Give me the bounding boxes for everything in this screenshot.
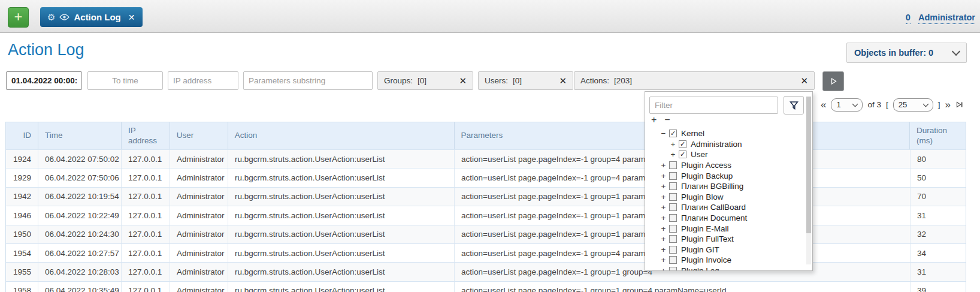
- tree-expander[interactable]: +: [660, 161, 667, 170]
- tree-expander[interactable]: +: [660, 171, 667, 180]
- tree-checkbox[interactable]: ✓: [669, 130, 677, 137]
- parameters-substring-input[interactable]: [243, 71, 373, 90]
- cell-ip: 127.0.0.1: [122, 225, 170, 243]
- cell-ip: 127.0.0.1: [122, 206, 170, 224]
- tree-item-label[interactable]: Plugin GIT: [681, 245, 719, 254]
- cell-user: Administrator: [170, 150, 228, 168]
- tree-expander[interactable]: +: [660, 234, 667, 243]
- cell-time: 06.04.2022 10:22:49: [38, 206, 122, 224]
- add-tab-button[interactable]: +: [8, 7, 29, 28]
- cell-id: 1950: [6, 225, 38, 243]
- tree-expander[interactable]: +: [670, 150, 676, 159]
- tree-checkbox[interactable]: [669, 182, 677, 190]
- ip-address-input[interactable]: [168, 71, 238, 90]
- tree-checkbox[interactable]: [669, 161, 677, 169]
- tree-checkbox[interactable]: ✓: [679, 140, 686, 148]
- tree-item-label[interactable]: Plugin Backup: [681, 171, 733, 180]
- tree-item-label[interactable]: Plugin Blow: [681, 192, 724, 201]
- tree-item-label[interactable]: Плагин CallBoard: [681, 203, 746, 212]
- cell-action: ru.bgcrm.struts.action.UserAction:userLi…: [228, 263, 455, 281]
- to-time-input[interactable]: [87, 71, 163, 90]
- cell-action: ru.bgcrm.struts.action.UserAction:userLi…: [228, 188, 455, 206]
- tree-item-label[interactable]: Plugin Invoice: [681, 255, 731, 264]
- tree-item-label[interactable]: Plugin E-Mail: [681, 224, 729, 233]
- cell-duration: 31: [911, 206, 966, 224]
- table-row: 195806.04.2022 10:35:49127.0.0.1Administ…: [6, 281, 966, 292]
- clear-users-icon[interactable]: ✕: [559, 76, 567, 86]
- actions-filter[interactable]: Actions: [203] ✕: [574, 71, 815, 90]
- tree-checkbox[interactable]: [669, 203, 677, 211]
- current-user-link[interactable]: Administrator: [918, 13, 975, 24]
- tree-item-label[interactable]: User: [691, 150, 708, 159]
- column-header-duration: Duration (ms): [910, 122, 966, 149]
- run-search-button[interactable]: [822, 71, 844, 91]
- clear-groups-icon[interactable]: ✕: [459, 76, 467, 86]
- tree-expander[interactable]: +: [660, 245, 667, 254]
- tree-item: +✓User: [645, 149, 805, 160]
- tree-expander[interactable]: +: [660, 224, 667, 233]
- tree-expander[interactable]: +: [670, 140, 676, 149]
- tree-expander[interactable]: +: [660, 266, 667, 270]
- gear-icon[interactable]: ⚙: [47, 12, 55, 23]
- tree-item: +Plugin Blow: [645, 192, 805, 203]
- cell-id: 1929: [6, 168, 38, 186]
- cell-action: ru.bgcrm.struts.action.UserAction:userLi…: [228, 244, 455, 262]
- tree-item-label[interactable]: Плагин BGBilling: [681, 182, 743, 191]
- tree-item-label[interactable]: Kernel: [681, 129, 704, 138]
- tree-checkbox[interactable]: [669, 267, 677, 270]
- objects-in-buffer-button[interactable]: Objects in buffer: 0: [846, 43, 967, 63]
- eye-icon[interactable]: [59, 14, 69, 20]
- scrollbar-thumb[interactable]: [806, 97, 811, 233]
- users-filter[interactable]: Users: [0] ✕: [478, 71, 573, 90]
- first-page-icon[interactable]: «: [821, 100, 826, 110]
- tree-item-label[interactable]: Plugin Log: [681, 266, 719, 270]
- tree-checkbox[interactable]: [669, 256, 677, 264]
- tree-checkbox[interactable]: [669, 172, 677, 180]
- apply-filter-button[interactable]: [784, 96, 804, 115]
- last-page-icon[interactable]: [955, 101, 963, 109]
- tree-item-label[interactable]: Plugin Access: [681, 161, 731, 170]
- play-icon: [830, 77, 837, 85]
- tree-checkbox[interactable]: [669, 225, 677, 233]
- groups-filter[interactable]: Groups: [0] ✕: [377, 71, 473, 90]
- tree-item-label[interactable]: Plugin FullText: [681, 234, 734, 243]
- clear-actions-icon[interactable]: ✕: [800, 76, 808, 86]
- tree-filter-input[interactable]: [649, 97, 778, 114]
- tree-checkbox[interactable]: [669, 246, 677, 254]
- cell-ip: 127.0.0.1: [122, 188, 170, 206]
- action-log-table: ID Time IP address User Action Parameter…: [5, 122, 966, 292]
- tree-checkbox[interactable]: [669, 193, 677, 201]
- page-number-select[interactable]: 1: [831, 98, 863, 112]
- cell-action: ru.bgcrm.struts.action.UserAction:userLi…: [228, 282, 455, 292]
- notification-count-link[interactable]: 0: [906, 13, 911, 24]
- cell-action: ru.bgcrm.struts.action.UserAction:userLi…: [228, 206, 455, 224]
- table-row: 194606.04.2022 10:22:49127.0.0.1Administ…: [6, 206, 966, 224]
- tree-checkbox[interactable]: [669, 214, 677, 222]
- tree-expander[interactable]: +: [660, 182, 667, 191]
- page-number-value: 1: [836, 100, 840, 109]
- tree-item-label[interactable]: Administration: [691, 140, 742, 149]
- tree-expander[interactable]: +: [660, 213, 667, 222]
- tree-checkbox[interactable]: [669, 235, 677, 243]
- expand-all-button[interactable]: +: [651, 115, 657, 125]
- next-pages-icon[interactable]: »: [945, 100, 951, 110]
- collapse-all-button[interactable]: −: [664, 115, 670, 125]
- page-size-select[interactable]: 25: [893, 98, 933, 112]
- cell-ip: 127.0.0.1: [122, 168, 170, 186]
- tree-expander[interactable]: +: [660, 192, 667, 201]
- tree-expander[interactable]: −: [660, 129, 667, 138]
- tree-checkbox[interactable]: ✓: [679, 150, 686, 158]
- tree-expander[interactable]: +: [660, 203, 667, 212]
- bracket-close: ]: [938, 100, 940, 109]
- pagination: « 1 of 3 [ 25 ] »: [821, 97, 963, 112]
- tree-expander[interactable]: +: [660, 255, 667, 264]
- close-icon[interactable]: ✕: [128, 13, 135, 22]
- cell-user: Administrator: [170, 263, 228, 281]
- from-time-input[interactable]: [6, 71, 82, 90]
- chevron-down-icon: [952, 47, 960, 56]
- bracket-open: [: [886, 100, 888, 109]
- actions-dropdown-panel: + − −✓Kernel+✓Administration+✓User+Plugi…: [645, 91, 813, 271]
- tab-action-log[interactable]: ⚙ Action Log ✕: [40, 7, 143, 27]
- tree-item-label[interactable]: Плагин Document: [681, 213, 747, 222]
- cell-duration: 39: [911, 282, 966, 292]
